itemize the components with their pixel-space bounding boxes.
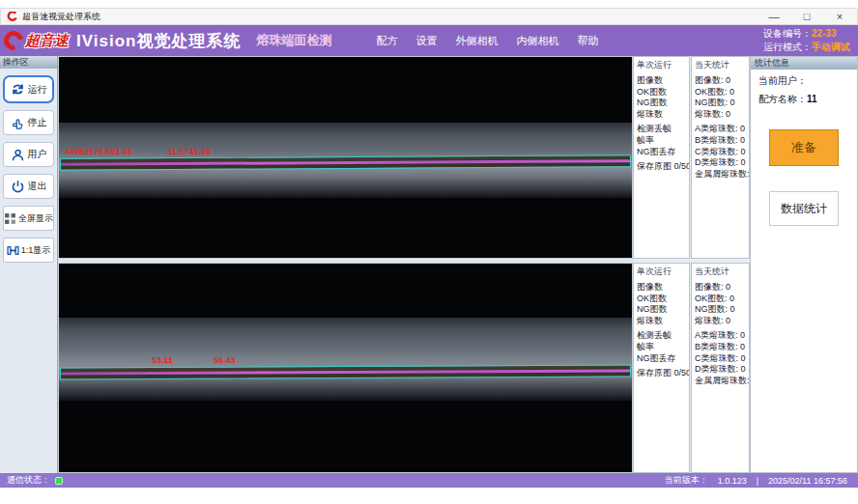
stat-row: NG图数: 0 — [695, 304, 746, 316]
close-button[interactable]: × — [834, 9, 845, 24]
single-run-title: 单次运行 — [637, 59, 686, 71]
menu-item-outer-camera[interactable]: 外侧相机 — [455, 34, 498, 48]
measurement-overlay: 44980579.891.49 — [65, 147, 132, 156]
stat-row: 图像数: 0 — [695, 75, 746, 87]
stat-row: 金属屑熔珠数: 0 — [695, 376, 746, 387]
titlebar: 超音速视觉处理系统 — □ × — [0, 8, 858, 25]
stat-row: NG图数 — [637, 98, 686, 109]
camera-viewers: 44980579.891.49 31.5741.49 53.11 56.43 — [58, 56, 633, 473]
app-window: 超音速视觉处理系统 — □ × 超音速 IVision视觉处理系统 熔珠端面检测… — [0, 0, 858, 504]
single-run-box: 单次运行 图像数 OK图数 NG图数 熔珠数 检测丢帧 帧率 NG图丢存 保存原… — [633, 263, 690, 473]
status-separator: | — [757, 476, 758, 486]
device-info: 设备编号：22-33 运行模式：手动调试 — [763, 27, 850, 54]
stat-row: 熔珠数: 0 — [695, 316, 746, 327]
stat-row: 熔珠数: 0 — [695, 109, 746, 121]
today-stats-title: 当天统计 — [695, 266, 746, 278]
stat-row: 检测丢帧 — [637, 330, 686, 342]
minimize-button[interactable]: — — [768, 9, 780, 24]
run-mode-value: 手动调试 — [812, 42, 850, 52]
app-header: 超音速 IVision视觉处理系统 熔珠端面检测 配方 设置 外侧相机 内侧相机… — [0, 25, 858, 56]
one-to-one-button-label: 1:1显示 — [21, 244, 51, 257]
stat-row: B类熔珠数: 0 — [695, 135, 746, 147]
stat-row: NG图数 — [637, 304, 686, 316]
stat-row: OK图数: 0 — [695, 87, 746, 98]
device-id-label: 设备编号： — [763, 28, 812, 39]
stat-row: 图像数 — [637, 75, 686, 87]
exit-button[interactable]: 退出 — [3, 174, 54, 199]
recipe-name-value: 11 — [807, 94, 817, 104]
today-stats-box: 当天统计 图像数: 0 OK图数: 0 NG图数: 0 熔珠数: 0 A类熔珠数… — [691, 56, 750, 259]
menu-item-recipe[interactable]: 配方 — [376, 34, 397, 48]
datetime-value: 2025/02/11 16:57:56 — [768, 476, 847, 486]
app-subtitle: 熔珠端面检测 — [256, 32, 331, 49]
maximize-button[interactable]: □ — [801, 9, 813, 24]
status-bar-right: 当前版本： 1.0.123 | 2025/02/11 16:57:56 — [665, 474, 847, 487]
stat-row: C类熔珠数: 0 — [695, 353, 746, 365]
single-run-title: 单次运行 — [637, 266, 686, 278]
recipe-name-row: 配方名称：11 — [751, 88, 857, 106]
fullscreen-button[interactable]: 全屏显示 — [3, 206, 54, 231]
info-panel: 统计信息 当前用户： 配方名称：11 准备 数据统计 — [750, 56, 858, 473]
menu-item-inner-camera[interactable]: 内侧相机 — [516, 34, 558, 48]
sidebar-title: 操作区 — [0, 56, 57, 69]
stat-row-save: 保存原图 0/500 — [637, 161, 686, 173]
today-stats-box: 当天统计 图像数: 0 OK图数: 0 NG图数: 0 熔珠数: 0 A类熔珠数… — [691, 263, 750, 473]
stop-button[interactable]: 停止 — [3, 110, 54, 135]
stat-row: NG图丢存 — [637, 147, 686, 158]
version-label: 当前版本： — [665, 474, 708, 487]
app-icon — [7, 12, 17, 22]
stat-row: OK图数 — [637, 294, 686, 305]
stats-group-top: 单次运行 图像数 OK图数 NG图数 熔珠数 检测丢帧 帧率 NG图丢存 保存原… — [633, 56, 750, 259]
measurement-overlay: 56.43 — [214, 355, 236, 365]
one-to-one-button[interactable]: 1:1显示 — [3, 238, 54, 263]
stat-row: A类熔珠数: 0 — [695, 330, 746, 342]
menu-item-help[interactable]: 帮助 — [577, 34, 598, 48]
brand-text: 超音速 — [25, 32, 69, 50]
run-mode-label: 运行模式： — [763, 42, 812, 52]
stat-row: 熔珠数 — [637, 316, 686, 327]
brand-swoosh-icon — [0, 27, 27, 54]
stat-row: OK图数: 0 — [695, 294, 746, 305]
exit-button-label: 退出 — [28, 180, 47, 193]
brand-logo: 超音速 — [4, 31, 69, 50]
power-icon — [11, 180, 25, 194]
stat-row: 帧率 — [637, 342, 686, 353]
run-button-label: 运行 — [28, 83, 47, 97]
fullscreen-grid-icon — [4, 212, 16, 225]
operation-sidebar: 操作区 运行 停止 — [0, 56, 58, 473]
one-to-one-icon — [7, 244, 19, 257]
device-id-value: 22-33 — [812, 28, 837, 39]
info-panel-title: 统计信息 — [751, 57, 857, 70]
stats-group-bottom: 单次运行 图像数 OK图数 NG图数 熔珠数 检测丢帧 帧率 NG图丢存 保存原… — [633, 263, 750, 473]
run-button[interactable]: 运行 — [3, 75, 54, 103]
recipe-name-label: 配方名称： — [758, 94, 807, 104]
comm-status-indicator — [55, 477, 63, 485]
comm-status-label: 通信状态： — [7, 474, 50, 487]
stat-row: 熔珠数 — [637, 109, 686, 121]
app-title: IVision视觉处理系统 — [76, 30, 241, 52]
user-button[interactable]: 用户 — [3, 142, 54, 167]
stat-row: 金属屑熔珠数: 0 — [695, 169, 746, 181]
window-title: 超音速视觉处理系统 — [22, 11, 100, 23]
stat-row: A类熔珠数: 0 — [695, 124, 746, 135]
camera-image-band — [59, 318, 632, 401]
measurement-overlay: 53.11 — [152, 355, 173, 365]
current-user-row: 当前用户： — [751, 70, 857, 88]
ready-button[interactable]: 准备 — [769, 129, 839, 166]
current-user-label: 当前用户： — [758, 75, 807, 86]
hand-stop-icon — [11, 116, 25, 130]
measurement-overlay: 31.5741.49 — [167, 147, 211, 156]
stat-row: NG图丢存 — [637, 353, 686, 365]
detection-line — [61, 159, 630, 166]
data-statistics-button[interactable]: 数据统计 — [769, 191, 839, 226]
stat-row: D类熔珠数: 0 — [695, 364, 746, 376]
inner-camera-view: 53.11 56.43 — [58, 263, 633, 473]
stop-button-label: 停止 — [28, 116, 47, 129]
stat-row: 检测丢帧 — [637, 124, 686, 135]
stat-row: D类熔珠数: 0 — [695, 157, 746, 169]
user-icon — [11, 148, 25, 162]
status-bar: 通信状态： 当前版本： 1.0.123 | 2025/02/11 16:57:5… — [0, 473, 858, 488]
menu-item-settings[interactable]: 设置 — [415, 34, 437, 48]
run-cycle-icon — [11, 82, 25, 97]
main-content: 操作区 运行 停止 — [0, 56, 858, 473]
